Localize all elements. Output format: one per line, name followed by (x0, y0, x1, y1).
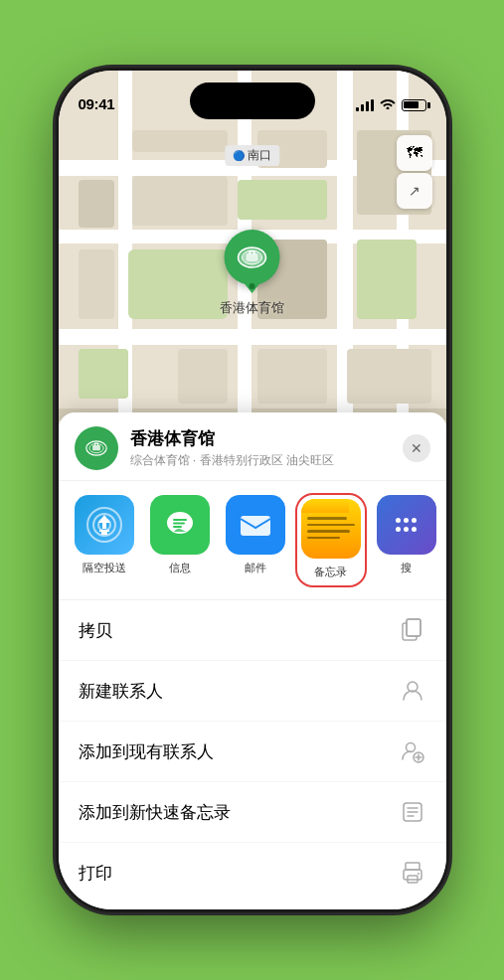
svg-rect-2 (247, 253, 258, 261)
sheet-header: 香港体育馆 综合体育馆 · 香港特别行政区 油尖旺区 ✕ (59, 412, 446, 481)
quick-note-label: 添加到新快速备忘录 (79, 801, 231, 824)
share-row: 隔空投送 信息 (59, 481, 446, 600)
close-button[interactable]: ✕ (403, 434, 430, 462)
stadium-pin[interactable]: 香港体育馆 (220, 230, 284, 317)
copy-label: 拷贝 (79, 619, 112, 642)
svg-rect-13 (94, 443, 98, 444)
messages-icon (150, 495, 210, 555)
notes-label: 备忘录 (314, 565, 347, 579)
new-contact-icon (399, 677, 426, 705)
share-airdrop[interactable]: 隔空投送 (71, 495, 138, 585)
venue-icon (75, 426, 118, 470)
status-time: 09:41 (79, 95, 115, 112)
svg-rect-28 (406, 863, 420, 870)
svg-point-31 (418, 873, 420, 875)
notes-icon (301, 499, 361, 559)
action-quick-note[interactable]: 添加到新快速备忘录 (59, 782, 446, 843)
svg-rect-15 (241, 516, 270, 536)
quick-note-icon (399, 798, 426, 826)
mail-icon (226, 495, 285, 555)
share-more[interactable]: 搜 (373, 495, 440, 585)
messages-label: 信息 (169, 561, 191, 575)
more-label: 搜 (401, 561, 412, 575)
bottom-sheet: 香港体育馆 综合体育馆 · 香港特别行政区 油尖旺区 ✕ (59, 412, 446, 909)
venue-pin-label: 香港体育馆 (220, 299, 284, 317)
print-label: 打印 (79, 862, 112, 885)
nav-label: 🔵 南口 (225, 145, 279, 166)
pin-circle (225, 230, 280, 285)
add-contact-label: 添加到现有联系人 (79, 740, 214, 763)
layers-button[interactable]: 🗺 (397, 135, 432, 171)
new-contact-label: 新建联系人 (79, 680, 163, 703)
action-new-contact[interactable]: 新建联系人 (59, 661, 446, 722)
venue-name: 香港体育馆 (130, 427, 391, 450)
wifi-icon (380, 97, 396, 112)
share-messages[interactable]: 信息 (146, 495, 214, 585)
venue-info: 香港体育馆 综合体育馆 · 香港特别行政区 油尖旺区 (130, 427, 391, 469)
battery-icon (402, 99, 426, 111)
action-copy[interactable]: 拷贝 (59, 600, 446, 661)
layers-icon: 🗺 (407, 144, 422, 162)
add-contact-icon (399, 737, 426, 765)
svg-rect-17 (407, 619, 420, 636)
share-notes[interactable]: 备忘录 (297, 495, 365, 585)
print-icon (399, 859, 426, 887)
location-button[interactable]: ↗ (397, 173, 432, 209)
phone-frame: 09:41 (59, 71, 446, 909)
svg-rect-10 (92, 445, 100, 451)
status-icons (356, 97, 426, 112)
svg-point-20 (406, 743, 415, 752)
venue-desc: 综合体育馆 · 香港特别行政区 油尖旺区 (130, 452, 391, 469)
airdrop-label: 隔空投送 (83, 561, 126, 575)
action-list: 拷贝 新建联系人 (59, 600, 446, 902)
mail-label: 邮件 (245, 561, 266, 575)
copy-icon (399, 616, 426, 644)
share-mail[interactable]: 邮件 (222, 495, 289, 585)
airdrop-icon (75, 495, 134, 555)
action-print[interactable]: 打印 (59, 843, 446, 902)
svg-rect-29 (404, 870, 421, 880)
more-icon (377, 495, 436, 555)
action-add-contact[interactable]: 添加到现有联系人 (59, 722, 446, 782)
map-controls: 🗺 ↗ (397, 135, 432, 209)
location-arrow-icon: ↗ (409, 183, 420, 199)
signal-icon (356, 99, 374, 111)
dynamic-island (190, 82, 315, 119)
